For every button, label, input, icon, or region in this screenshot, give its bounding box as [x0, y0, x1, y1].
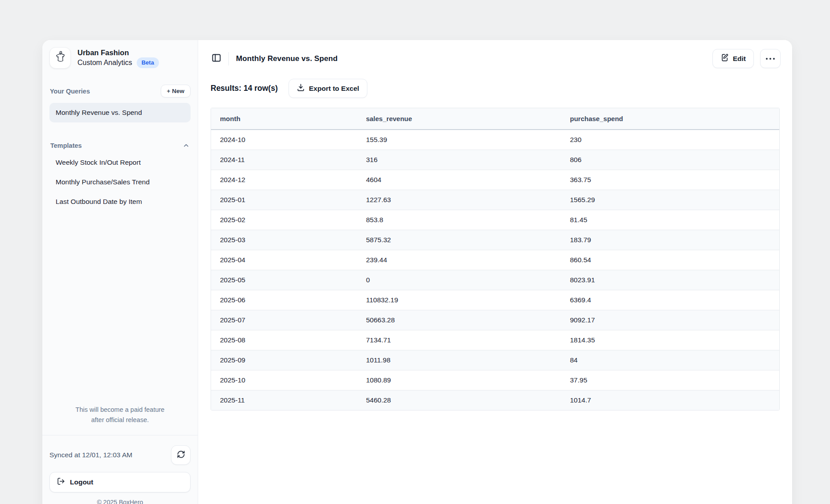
table-cell: 2025-08 [211, 330, 357, 350]
table-cell: 183.79 [561, 230, 779, 250]
more-options-button[interactable] [760, 49, 781, 68]
results-summary: Results: 14 row(s) [211, 84, 278, 93]
table-cell: 2025-01 [211, 190, 357, 210]
chevron-up-icon[interactable] [183, 142, 190, 149]
results-table: month sales_revenue purchase_spend 2024-… [211, 108, 780, 411]
workspace-logo [49, 47, 71, 69]
table-cell: 9092.17 [561, 310, 779, 330]
table-cell: 4604 [357, 170, 561, 190]
column-header-sales-revenue: sales_revenue [357, 108, 561, 130]
app-window: Urban Fashion Custom Analytics Beta Your… [42, 40, 792, 504]
table-row: 2025-02853.881.45 [211, 210, 779, 230]
main-content: Monthly Revenue vs. Spend Edit [198, 40, 792, 504]
workspace-titles: Urban Fashion Custom Analytics Beta [77, 48, 159, 68]
sync-row: Synced at 12/01, 12:03 AM [49, 445, 191, 465]
template-item[interactable]: Weekly Stock In/Out Report [49, 153, 191, 172]
table-row: 2025-101080.8937.95 [211, 370, 779, 390]
table-row: 2025-04239.44860.54 [211, 250, 779, 270]
table-header-row: month sales_revenue purchase_spend [211, 108, 779, 130]
export-label: Export to Excel [309, 85, 359, 93]
queries-section-header: Your Queries + New [49, 85, 191, 103]
sidebar-divider [42, 435, 198, 435]
logout-label: Logout [70, 478, 94, 486]
tshirt-doodle-icon [53, 50, 67, 65]
main-header: Monthly Revenue vs. Spend Edit [198, 40, 792, 73]
table-cell: 230 [561, 130, 779, 150]
workspace-header: Urban Fashion Custom Analytics Beta [49, 46, 191, 70]
table-cell: 239.44 [357, 250, 561, 270]
column-header-purchase-spend: purchase_spend [561, 108, 779, 130]
sidebar-item-monthly-revenue-vs-spend[interactable]: Monthly Revenue vs. Spend [49, 103, 191, 122]
table-cell: 2025-02 [211, 210, 357, 230]
templates-section-header[interactable]: Templates [49, 142, 191, 153]
table-row: 2025-06110832.196369.4 [211, 290, 779, 310]
refresh-icon [177, 450, 185, 460]
logout-icon [57, 477, 65, 487]
table-cell: 2024-12 [211, 170, 357, 190]
table-row: 2025-035875.32183.79 [211, 230, 779, 250]
workspace-name: Urban Fashion [77, 48, 159, 57]
table-cell: 5460.28 [357, 390, 561, 410]
file-pen-icon [720, 53, 729, 64]
table-row: 2025-0750663.289092.17 [211, 310, 779, 330]
template-item[interactable]: Last Outbound Date by Item [49, 192, 191, 211]
page-title: Monthly Revenue vs. Spend [236, 54, 338, 63]
results-table-wrap: month sales_revenue purchase_spend 2024-… [211, 108, 780, 411]
table-cell: 1565.29 [561, 190, 779, 210]
paid-feature-note: This will become a paid feature after of… [49, 405, 191, 435]
ellipsis-icon [766, 58, 768, 60]
table-cell: 363.75 [561, 170, 779, 190]
header-actions: Edit [712, 49, 781, 68]
table-cell: 2025-10 [211, 370, 357, 390]
beta-badge: Beta [137, 57, 159, 68]
template-item[interactable]: Monthly Purchase/Sales Trend [49, 172, 191, 192]
new-query-button[interactable]: + New [161, 85, 191, 98]
table-cell: 1080.89 [357, 370, 561, 390]
table-cell: 1814.35 [561, 330, 779, 350]
panel-left-icon [211, 53, 222, 65]
table-row: 2024-124604363.75 [211, 170, 779, 190]
table-cell: 1014.7 [561, 390, 779, 410]
table-cell: 2025-07 [211, 310, 357, 330]
table-cell: 2025-11 [211, 390, 357, 410]
table-cell: 110832.19 [357, 290, 561, 310]
table-row: 2024-10155.39230 [211, 130, 779, 150]
table-cell: 5875.32 [357, 230, 561, 250]
results-row: Results: 14 row(s) Export to Excel [198, 73, 792, 101]
table-cell: 8023.91 [561, 270, 779, 290]
table-cell: 84 [561, 350, 779, 370]
table-cell: 2025-09 [211, 350, 357, 370]
table-cell: 50663.28 [357, 310, 561, 330]
sidebar: Urban Fashion Custom Analytics Beta Your… [42, 40, 198, 504]
table-row: 2025-011227.631565.29 [211, 190, 779, 210]
edit-label: Edit [733, 55, 746, 63]
sidebar-toggle-button[interactable] [210, 52, 223, 65]
table-cell: 2024-10 [211, 130, 357, 150]
table-cell: 1227.63 [357, 190, 561, 210]
table-row: 2025-091011.9884 [211, 350, 779, 370]
table-cell: 6369.4 [561, 290, 779, 310]
logout-button[interactable]: Logout [49, 472, 191, 492]
table-cell: 2025-04 [211, 250, 357, 270]
table-cell: 2025-06 [211, 290, 357, 310]
templates-list: Weekly Stock In/Out ReportMonthly Purcha… [49, 153, 191, 211]
table-body: 2024-10155.392302024-113168062024-124604… [211, 130, 779, 410]
table-row: 2024-11316806 [211, 150, 779, 170]
table-cell: 853.8 [357, 210, 561, 230]
download-icon [297, 83, 305, 93]
table-row: 2025-115460.281014.7 [211, 390, 779, 410]
table-cell: 860.54 [561, 250, 779, 270]
table-cell: 155.39 [357, 130, 561, 150]
export-to-excel-button[interactable]: Export to Excel [289, 79, 367, 98]
table-cell: 806 [561, 150, 779, 170]
table-cell: 0 [357, 270, 561, 290]
table-cell: 316 [357, 150, 561, 170]
copyright: © 2025 BoxHero [49, 492, 191, 504]
edit-button[interactable]: Edit [712, 49, 754, 68]
table-cell: 2025-03 [211, 230, 357, 250]
refresh-button[interactable] [171, 445, 191, 465]
header-divider [228, 52, 229, 65]
templates-section-label: Templates [50, 142, 82, 149]
product-name: Custom Analytics [77, 58, 132, 68]
table-cell: 81.45 [561, 210, 779, 230]
